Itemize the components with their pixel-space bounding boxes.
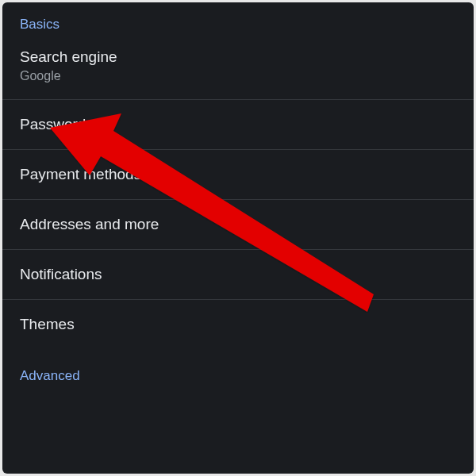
themes-label: Themes (20, 316, 456, 333)
addresses-label: Addresses and more (20, 216, 456, 233)
notifications-label: Notifications (20, 266, 456, 283)
addresses-item[interactable]: Addresses and more (2, 200, 474, 250)
notifications-item[interactable]: Notifications (2, 250, 474, 300)
basics-header: Basics (2, 2, 474, 39)
search-engine-item[interactable]: Search engine Google (2, 39, 474, 100)
search-engine-value: Google (20, 69, 456, 83)
settings-screen: Basics Search engine Google Passwords Pa… (2, 2, 474, 474)
advanced-header: Advanced (2, 349, 474, 392)
payment-methods-item[interactable]: Payment methods (2, 150, 474, 200)
passwords-item[interactable]: Passwords (2, 100, 474, 150)
passwords-label: Passwords (20, 116, 456, 133)
search-engine-label: Search engine (20, 48, 456, 66)
themes-item[interactable]: Themes (2, 300, 474, 349)
payment-methods-label: Payment methods (20, 166, 456, 183)
